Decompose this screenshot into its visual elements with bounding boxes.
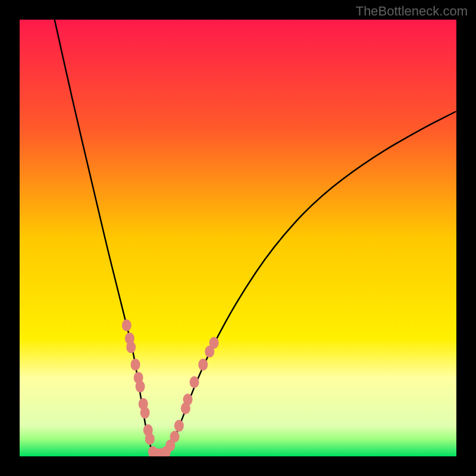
data-point [136, 381, 145, 393]
data-point [190, 376, 199, 388]
data-point [122, 320, 131, 331]
data-point [170, 431, 180, 443]
data-point [145, 433, 155, 445]
data-point [126, 342, 136, 353]
chart-background [20, 20, 456, 456]
data-point [183, 394, 193, 406]
data-point [209, 337, 219, 349]
data-point [131, 359, 140, 371]
data-point [198, 359, 208, 371]
chart-svg [20, 20, 456, 456]
chart-plot-area [20, 20, 456, 456]
watermark-text: TheBottleneck.com [356, 4, 468, 19]
data-point [174, 420, 184, 432]
data-point [140, 407, 150, 419]
